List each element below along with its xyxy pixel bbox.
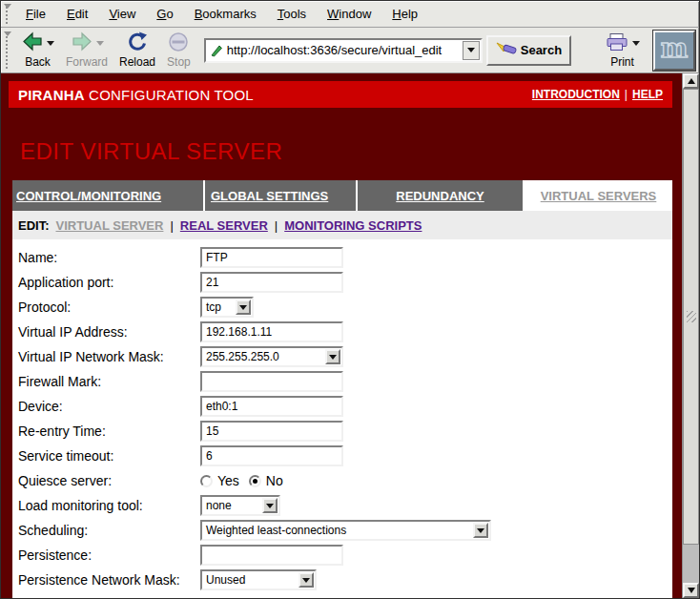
scroll-down-button[interactable]: [683, 583, 699, 598]
scrollbar-thumb[interactable]: [683, 89, 699, 545]
reload-label: Reload: [119, 55, 155, 69]
select-dropdown-button[interactable]: [473, 523, 488, 538]
menu-go[interactable]: Go: [146, 3, 183, 25]
help-link[interactable]: HELP: [632, 88, 663, 101]
tab-virtual-servers[interactable]: VIRTUAL SERVERS: [525, 180, 672, 211]
url-bar: [204, 38, 483, 63]
radio-checked-icon[interactable]: [249, 475, 261, 487]
stop-button[interactable]: Stop: [161, 30, 196, 72]
persistence-label: Persistence:: [12, 547, 200, 563]
subnav-separator: |: [170, 218, 173, 233]
back-button[interactable]: Back: [15, 30, 60, 72]
vertical-scrollbar: [682, 73, 699, 598]
content-panel: CONTROL/MONITORING GLOBAL SETTINGS REDUN…: [12, 180, 672, 598]
service-timeout-field[interactable]: [200, 445, 343, 466]
edit-subnav: EDIT: VIRTUAL SERVER | REAL SERVER | MON…: [12, 211, 672, 239]
name-label: Name:: [12, 250, 200, 265]
select-dropdown-button[interactable]: [325, 349, 340, 364]
subnav-real-server[interactable]: REAL SERVER: [180, 218, 268, 233]
name-field[interactable]: [200, 247, 343, 268]
menu-help[interactable]: Help: [381, 3, 428, 25]
piranha-header-bar: PIRANHA CONFIGURATION TOOL INTRODUCTION …: [9, 81, 672, 108]
device-field[interactable]: [200, 396, 343, 417]
toolbar-grip-handle[interactable]: [4, 31, 12, 70]
virtual-ip-netmask-label: Virtual IP Network Mask:: [12, 349, 200, 364]
reload-icon: [126, 31, 149, 55]
select-dropdown-button[interactable]: [236, 300, 251, 315]
menu-view[interactable]: View: [98, 3, 146, 25]
persistence-netmask-select[interactable]: Unused: [200, 569, 317, 590]
introduction-link[interactable]: INTRODUCTION: [532, 88, 620, 101]
firewall-mark-field[interactable]: [200, 371, 343, 392]
form-row-firewall-mark: Firewall Mark:: [12, 369, 672, 394]
protocol-value: tcp: [206, 300, 221, 314]
menu-edit[interactable]: Edit: [56, 3, 98, 25]
protocol-select[interactable]: tcp: [200, 297, 254, 318]
tab-control-monitoring[interactable]: CONTROL/MONITORING: [12, 180, 203, 211]
subnav-virtual-server[interactable]: VIRTUAL SERVER: [56, 218, 164, 233]
toolbar-right-group: Print m: [599, 30, 695, 72]
search-button[interactable]: Search: [486, 35, 571, 66]
scroll-up-button[interactable]: [683, 73, 699, 89]
tab-global-settings[interactable]: GLOBAL SETTINGS: [205, 180, 356, 211]
persistence-field[interactable]: [200, 545, 343, 566]
service-timeout-label: Service timeout:: [12, 448, 200, 464]
forward-dropdown-caret-icon: [96, 41, 104, 46]
menubar-grip-handle[interactable]: [4, 4, 12, 25]
virtual-server-form: Name: Application port: Protocol: tcp: [12, 239, 672, 598]
mozilla-m-icon: m: [657, 32, 691, 69]
print-label: Print: [610, 55, 634, 69]
form-row-virtual-ip-netmask: Virtual IP Network Mask: 255.255.255.0: [12, 344, 672, 369]
browser-content-area: PIRANHA CONFIGURATION TOOL INTRODUCTION …: [1, 73, 699, 598]
print-button[interactable]: Print: [599, 30, 646, 72]
application-port-field[interactable]: [200, 272, 343, 293]
load-monitoring-select[interactable]: none: [200, 495, 280, 516]
scheduling-select[interactable]: Weighted least-connections: [200, 520, 491, 541]
arrow-up-icon: [688, 78, 695, 84]
form-row-persistence: Persistence:: [12, 543, 672, 568]
virtual-ip-netmask-select[interactable]: 255.255.255.0: [200, 346, 343, 367]
quiesce-yes-label: Yes: [217, 473, 239, 488]
virtual-ip-field[interactable]: [200, 321, 343, 342]
form-row-protocol: Protocol: tcp: [12, 295, 672, 320]
print-dropdown-caret-icon[interactable]: [632, 41, 640, 46]
menu-window[interactable]: Window: [317, 3, 381, 25]
select-dropdown-button[interactable]: [299, 572, 314, 588]
back-dropdown-caret-icon[interactable]: [47, 41, 54, 46]
piranha-page: PIRANHA CONFIGURATION TOOL INTRODUCTION …: [1, 73, 682, 598]
chevron-down-icon: [266, 504, 274, 508]
menu-bookmarks[interactable]: Bookmarks: [184, 3, 267, 25]
form-row-name: Name:: [12, 245, 672, 270]
quiesce-no-option[interactable]: No: [249, 473, 283, 488]
form-row-service-timeout: Service timeout:: [12, 444, 672, 468]
forward-label: Forward: [66, 55, 108, 69]
reentry-time-field[interactable]: [200, 421, 343, 442]
device-label: Device:: [12, 399, 200, 414]
form-row-load-monitoring: Load monitoring tool: none: [12, 493, 672, 518]
quiesce-yes-option[interactable]: Yes: [200, 473, 239, 488]
firewall-mark-label: Firewall Mark:: [12, 374, 200, 389]
browser-window: File Edit View Go Bookmarks Tools Window…: [0, 0, 700, 599]
quiesce-server-label: Quiesce server:: [12, 473, 200, 488]
tab-redundancy[interactable]: REDUNDANCY: [358, 180, 523, 211]
form-row-scheduling: Scheduling: Weighted least-connections: [12, 518, 672, 543]
chevron-down-icon: [329, 355, 337, 360]
navigation-toolbar: Back Forward: [1, 28, 699, 73]
menu-tools[interactable]: Tools: [267, 3, 317, 25]
scrollbar-track[interactable]: [683, 545, 699, 583]
forward-icon: [71, 31, 93, 55]
radio-unchecked-icon[interactable]: [200, 475, 213, 487]
mozilla-logo-button[interactable]: m: [653, 31, 695, 71]
menu-file[interactable]: File: [15, 3, 56, 25]
brand-rest-text: CONFIGURATION TOOL: [85, 87, 254, 103]
persistence-netmask-label: Persistence Network Mask:: [12, 572, 200, 588]
page-proxy-icon[interactable]: [210, 44, 223, 57]
url-input[interactable]: [226, 43, 463, 57]
subnav-monitoring-scripts[interactable]: MONITORING SCRIPTS: [284, 218, 422, 233]
quiesce-no-label: No: [266, 473, 283, 488]
url-history-dropdown-button[interactable]: [463, 41, 480, 60]
reload-button[interactable]: Reload: [113, 30, 161, 72]
back-icon: [21, 31, 44, 55]
select-dropdown-button[interactable]: [262, 498, 278, 513]
forward-button[interactable]: Forward: [60, 30, 113, 72]
